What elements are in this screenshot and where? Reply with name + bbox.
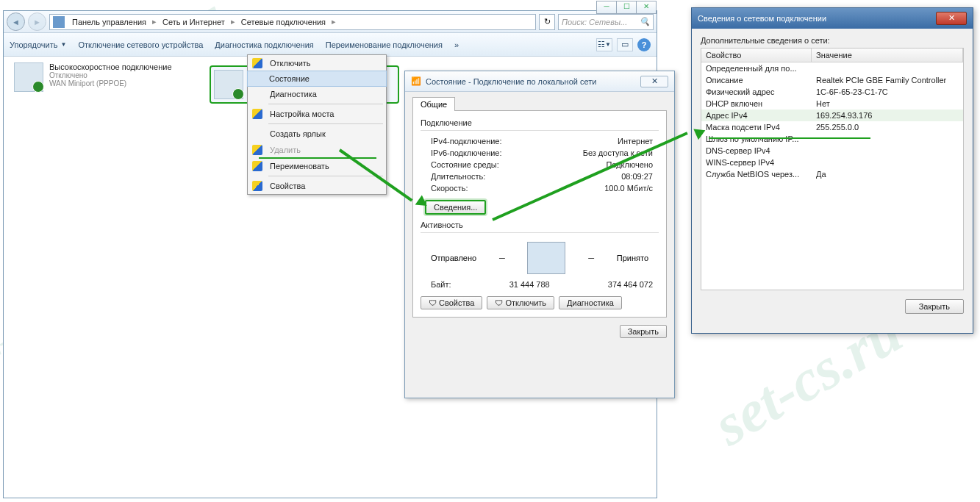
nav-back-button[interactable]: ◄ [7, 12, 25, 31]
property-value: Нет [812, 98, 963, 109]
shield-icon: 🛡 [495, 298, 503, 307]
connection-status: Отключено [49, 71, 172, 79]
menu-disable[interactable]: Отключить [248, 55, 386, 71]
dialog-titlebar[interactable]: 📶 Состояние - Подключение по локальной с… [405, 71, 674, 92]
property-value: Да [812, 169, 963, 179]
connection-status-dialog: 📶 Состояние - Подключение по локальной с… [404, 71, 675, 398]
property-row[interactable]: Служба NetBIOS через...Да [701, 168, 963, 180]
property-key: Служба NetBIOS через... [701, 169, 812, 179]
group-activity: Активность [421, 220, 659, 229]
property-row[interactable]: ОписаниеRealtek PCIe GBE Family Controll… [701, 74, 963, 86]
details-button[interactable]: Сведения... [425, 200, 486, 215]
property-key: Шлюз по умолчанию IP... [701, 134, 812, 144]
disable-button[interactable]: 🛡 Отключить [487, 296, 554, 309]
close-button[interactable]: ✕ [636, 1, 657, 14]
maximize-button[interactable]: ☐ [616, 1, 637, 14]
speed-value: 100.0 Мбит/с [604, 184, 653, 193]
shield-icon [252, 145, 262, 155]
breadcrumb-item[interactable]: Панель управления [68, 18, 151, 26]
search-input[interactable]: Поиск: Сетевы... 🔍 [558, 14, 654, 30]
property-key: DHCP включен [701, 98, 812, 109]
ipv4-value: Интернет [618, 137, 653, 146]
close-button[interactable]: ✕ [936, 12, 967, 25]
diagnose-connection-button[interactable]: Диагностика подключения [215, 40, 313, 49]
property-value: 255.255.0.0 [812, 122, 963, 132]
rename-connection-button[interactable]: Переименование подключения [326, 40, 443, 49]
tab-general[interactable]: Общие [412, 97, 455, 111]
properties-list: Свойство Значение Определенный для по...… [701, 48, 964, 290]
connection-adapter: WAN Miniport (PPPOE) [49, 79, 172, 87]
shield-icon [252, 58, 262, 68]
refresh-button[interactable]: ↻ [539, 14, 555, 30]
connection-item-wan[interactable]: Высокоскоростное подключение Отключено W… [14, 62, 190, 92]
property-row[interactable]: Физический адрес1C-6F-65-23-C1-7C [701, 86, 963, 98]
view-options-button[interactable]: ☷ ▼ [596, 38, 612, 51]
address-bar: ◄ ► Панель управления▸ Сеть и Интернет▸ … [4, 11, 657, 33]
property-row[interactable]: DNS-сервер IPv4 [701, 145, 963, 157]
close-button[interactable]: Закрыть [620, 325, 667, 338]
breadcrumb-item[interactable]: Сеть и Интернет [158, 18, 229, 26]
bytes-sent: 31 444 788 [451, 280, 608, 289]
property-key: Физический адрес [701, 87, 812, 97]
help-icon[interactable]: ? [637, 38, 651, 51]
column-value[interactable]: Значение [812, 49, 963, 62]
properties-button[interactable]: 🛡 Свойства [421, 296, 482, 309]
dialog-titlebar[interactable]: Сведения о сетевом подключении ✕ [692, 8, 973, 29]
command-bar: Упорядочить▼ Отключение сетевого устройс… [4, 33, 657, 57]
menu-bridge[interactable]: Настройка моста [248, 106, 386, 122]
close-button[interactable]: Закрыть [905, 299, 964, 314]
tab-panel: Подключение IPv4-подключение:Интернет IP… [412, 110, 667, 318]
minimize-button[interactable]: ─ [596, 1, 617, 14]
menu-status[interactable]: Состояние [247, 71, 387, 87]
property-row[interactable]: WINS-сервер IPv4 [701, 157, 963, 168]
disable-device-button[interactable]: Отключение сетевого устройства [78, 40, 203, 49]
monitor-icon [527, 242, 565, 274]
network-icon: 📶 [411, 76, 421, 86]
window-controls: ─ ☐ ✕ [597, 1, 657, 14]
breadcrumbs[interactable]: Панель управления▸ Сеть и Интернет▸ Сете… [49, 14, 536, 30]
bytes-label: Байт: [431, 280, 451, 289]
nav-forward-button[interactable]: ► [28, 12, 46, 31]
state-label: Состояние среды: [431, 160, 499, 169]
search-placeholder: Поиск: Сетевы... [562, 18, 627, 26]
menu-shortcut[interactable]: Создать ярлык [248, 126, 386, 142]
property-value [812, 134, 963, 144]
property-key: Описание [701, 75, 812, 85]
property-key: WINS-сервер IPv4 [701, 157, 812, 168]
search-icon: 🔍 [640, 17, 650, 26]
menu-properties[interactable]: Свойства [248, 178, 386, 194]
property-value: 169.254.93.176 [812, 110, 963, 121]
sent-label: Отправлено [431, 254, 476, 262]
property-value [812, 63, 963, 73]
control-panel-icon [53, 16, 65, 28]
property-value: 1C-6F-65-23-C1-7C [812, 87, 963, 97]
menu-delete: Удалить [248, 142, 386, 158]
details-intro: Дополнительные сведения о сети: [701, 36, 964, 45]
diagnose-button[interactable]: Диагностика [559, 296, 622, 309]
property-row[interactable]: Маска подсети IPv4255.255.0.0 [701, 121, 963, 133]
breadcrumb-item[interactable]: Сетевые подключения [237, 18, 330, 26]
shield-icon [252, 181, 262, 191]
dialog-title: Состояние - Подключение по локальной сет… [426, 77, 596, 86]
property-row[interactable]: Адрес IPv4169.254.93.176 [701, 110, 963, 121]
property-row[interactable]: Шлюз по умолчанию IP... [701, 133, 963, 145]
ipv6-label: IPv6-подключение: [431, 148, 502, 157]
shield-icon [252, 161, 262, 171]
preview-pane-button[interactable]: ▭ [617, 38, 633, 51]
property-row[interactable]: Определенный для по... [701, 62, 963, 74]
organize-menu[interactable]: Упорядочить▼ [10, 40, 66, 49]
group-connection: Подключение [421, 118, 659, 127]
property-key: DNS-сервер IPv4 [701, 146, 812, 156]
shield-icon [252, 109, 262, 119]
column-property[interactable]: Свойство [701, 49, 812, 62]
property-row[interactable]: DHCP включенНет [701, 98, 963, 110]
menu-diagnose[interactable]: Диагностика [248, 86, 386, 102]
network-details-dialog: Сведения о сетевом подключении ✕ Дополни… [691, 7, 973, 334]
ipv4-label: IPv4-подключение: [431, 137, 502, 146]
duration-label: Длительность: [431, 172, 485, 181]
dialog-title: Сведения о сетевом подключении [698, 14, 826, 23]
close-button[interactable]: ✕ [640, 76, 668, 87]
property-value [812, 157, 963, 168]
bytes-recv: 374 464 072 [608, 280, 653, 289]
property-value: Realtek PCIe GBE Family Controller [812, 75, 963, 85]
